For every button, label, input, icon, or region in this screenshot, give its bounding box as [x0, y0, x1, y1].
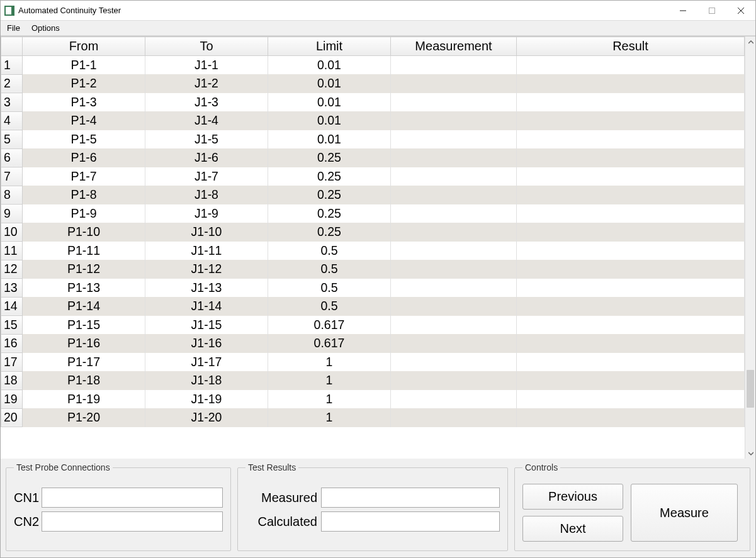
row-index[interactable]: 14	[1, 297, 23, 316]
row-index[interactable]: 17	[1, 353, 23, 372]
cell[interactable]: 0.01	[268, 111, 391, 130]
cell[interactable]	[517, 408, 745, 427]
cell[interactable]: J1-9	[145, 204, 268, 223]
cell[interactable]: P1-13	[23, 279, 145, 298]
cell[interactable]: P1-4	[23, 111, 145, 130]
table-row[interactable]: 7P1-7J1-70.25	[1, 167, 745, 186]
cell[interactable]: 0.5	[268, 297, 391, 316]
cell[interactable]: J1-4	[145, 111, 268, 130]
cell[interactable]	[517, 148, 745, 167]
close-button[interactable]	[726, 1, 755, 21]
cell[interactable]	[391, 204, 517, 223]
cell[interactable]: P1-5	[23, 130, 145, 149]
table-row[interactable]: 20P1-20J1-201	[1, 408, 745, 427]
cell[interactable]	[391, 334, 517, 353]
table-row[interactable]: 17P1-17J1-171	[1, 353, 745, 372]
cell[interactable]	[391, 297, 517, 316]
row-index[interactable]: 3	[1, 93, 23, 112]
cell[interactable]: J1-10	[145, 223, 268, 242]
cell[interactable]	[517, 260, 745, 279]
scroll-thumb[interactable]	[747, 370, 754, 408]
vertical-scrollbar[interactable]	[745, 36, 755, 459]
cell[interactable]: 0.01	[268, 74, 391, 93]
cell[interactable]: J1-5	[145, 130, 268, 149]
cell[interactable]	[517, 242, 745, 260]
cell[interactable]: J1-2	[145, 74, 268, 93]
cell[interactable]	[391, 186, 517, 204]
cell[interactable]	[391, 93, 517, 112]
calculated-input[interactable]	[321, 511, 500, 532]
cell[interactable]	[517, 204, 745, 223]
cell[interactable]	[391, 242, 517, 260]
cell[interactable]	[517, 316, 745, 335]
cell[interactable]: P1-18	[23, 371, 145, 390]
table-row[interactable]: 5P1-5J1-50.01	[1, 130, 745, 149]
minimize-button[interactable]	[669, 1, 697, 21]
cell[interactable]: 1	[268, 408, 391, 427]
cell[interactable]: J1-19	[145, 390, 268, 409]
scroll-down-icon[interactable]	[745, 448, 755, 459]
cell[interactable]: 1	[268, 371, 391, 390]
cell[interactable]: 0.5	[268, 279, 391, 298]
header-limit[interactable]: Limit	[268, 37, 391, 56]
cell[interactable]: 0.25	[268, 148, 391, 167]
cell[interactable]	[391, 223, 517, 242]
row-index[interactable]: 13	[1, 279, 23, 298]
cell[interactable]: P1-1	[23, 56, 145, 75]
table-row[interactable]: 13P1-13J1-130.5	[1, 279, 745, 298]
cell[interactable]	[517, 334, 745, 353]
table-row[interactable]: 3P1-3J1-30.01	[1, 93, 745, 112]
header-idx[interactable]	[1, 37, 23, 56]
cell[interactable]: P1-10	[23, 223, 145, 242]
table-row[interactable]: 14P1-14J1-140.5	[1, 297, 745, 316]
cell[interactable]: 0.01	[268, 130, 391, 149]
row-index[interactable]: 19	[1, 390, 23, 409]
table-row[interactable]: 11P1-11J1-110.5	[1, 242, 745, 260]
row-index[interactable]: 1	[1, 56, 23, 75]
cell[interactable]: P1-15	[23, 316, 145, 335]
table-row[interactable]: 1P1-1J1-10.01	[1, 56, 745, 75]
table-row[interactable]: 12P1-12J1-120.5	[1, 260, 745, 279]
cell[interactable]	[517, 279, 745, 298]
cell[interactable]: 0.25	[268, 204, 391, 223]
table-row[interactable]: 19P1-19J1-191	[1, 390, 745, 409]
table-row[interactable]: 4P1-4J1-40.01	[1, 111, 745, 130]
next-button[interactable]: Next	[522, 516, 623, 542]
cell[interactable]	[391, 111, 517, 130]
row-index[interactable]: 16	[1, 334, 23, 353]
cell[interactable]: 0.5	[268, 260, 391, 279]
cn2-input[interactable]	[42, 511, 223, 532]
maximize-button[interactable]	[697, 1, 726, 21]
cell[interactable]: P1-19	[23, 390, 145, 409]
cell[interactable]	[517, 74, 745, 93]
cell[interactable]	[391, 167, 517, 186]
cell[interactable]: 0.25	[268, 186, 391, 204]
cell[interactable]: J1-14	[145, 297, 268, 316]
cell[interactable]	[391, 390, 517, 409]
row-index[interactable]: 9	[1, 204, 23, 223]
cell[interactable]: P1-6	[23, 148, 145, 167]
previous-button[interactable]: Previous	[522, 484, 623, 510]
cell[interactable]: P1-17	[23, 353, 145, 372]
cell[interactable]: P1-20	[23, 408, 145, 427]
row-index[interactable]: 7	[1, 167, 23, 186]
cell[interactable]: J1-3	[145, 93, 268, 112]
cell[interactable]: J1-8	[145, 186, 268, 204]
table-row[interactable]: 10P1-10J1-100.25	[1, 223, 745, 242]
cell[interactable]: P1-14	[23, 297, 145, 316]
cell[interactable]: P1-3	[23, 93, 145, 112]
cell[interactable]: J1-1	[145, 56, 268, 75]
table-row[interactable]: 16P1-16J1-160.617	[1, 334, 745, 353]
row-index[interactable]: 12	[1, 260, 23, 279]
cell[interactable]	[391, 74, 517, 93]
scroll-up-icon[interactable]	[745, 36, 755, 47]
cell[interactable]: P1-7	[23, 167, 145, 186]
table-row[interactable]: 9P1-9J1-90.25	[1, 204, 745, 223]
cell[interactable]: 0.25	[268, 167, 391, 186]
cell[interactable]: 0.25	[268, 223, 391, 242]
row-index[interactable]: 15	[1, 316, 23, 335]
cell[interactable]	[391, 371, 517, 390]
cell[interactable]	[517, 353, 745, 372]
cell[interactable]	[517, 56, 745, 75]
cell[interactable]	[517, 223, 745, 242]
